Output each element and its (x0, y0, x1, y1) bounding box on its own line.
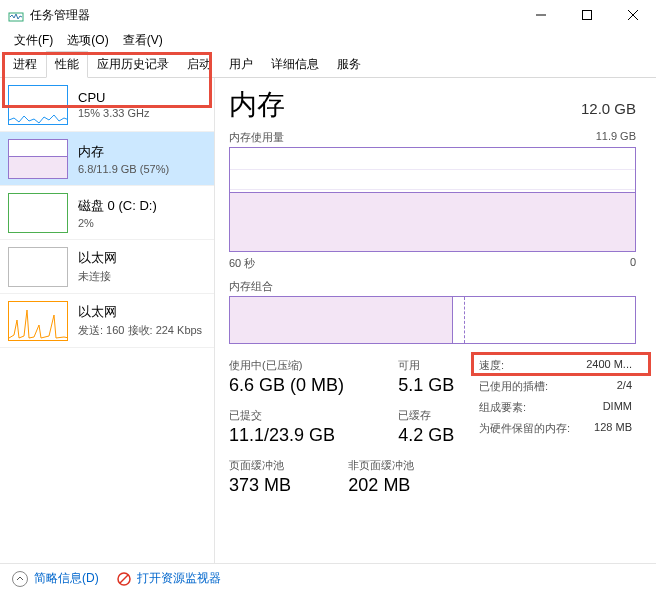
spec-speed: 速度: 2400 M... (479, 358, 636, 373)
form-key: 组成要素: (479, 400, 526, 415)
sidebar-item-memory[interactable]: 内存 6.8/11.9 GB (57%) (0, 132, 214, 186)
sidebar-eth1-label: 以太网 (78, 249, 117, 267)
performance-sidebar: CPU 15% 3.33 GHz 内存 6.8/11.9 GB (57%) 磁盘… (0, 78, 215, 563)
menu-view[interactable]: 查看(V) (117, 30, 169, 51)
spec-form: 组成要素: DIMM (479, 400, 636, 415)
minimize-button[interactable] (518, 0, 564, 30)
axis-left: 60 秒 (229, 256, 255, 271)
svg-rect-2 (583, 11, 592, 20)
in-use-label: 使用中(已压缩) (229, 358, 379, 373)
paged-label: 页面缓冲池 (229, 458, 339, 473)
available-value: 5.1 GB (398, 375, 454, 396)
cpu-thumbnail (8, 85, 68, 125)
app-icon (8, 7, 24, 23)
in-use-value: 6.6 GB (0 MB) (229, 375, 379, 396)
close-button[interactable] (610, 0, 656, 30)
menu-options[interactable]: 选项(O) (61, 30, 114, 51)
sidebar-item-cpu[interactable]: CPU 15% 3.33 GHz (0, 78, 214, 132)
composition-standby-free (465, 297, 635, 343)
cached-value: 4.2 GB (398, 425, 454, 446)
sidebar-item-ethernet-1[interactable]: 以太网 未连接 (0, 240, 214, 294)
ethernet1-thumbnail (8, 247, 68, 287)
fewer-details-icon[interactable] (12, 571, 28, 587)
content-area: CPU 15% 3.33 GHz 内存 6.8/11.9 GB (57%) 磁盘… (0, 78, 656, 563)
nonpaged-value: 202 MB (348, 475, 414, 496)
tab-details[interactable]: 详细信息 (262, 51, 328, 78)
nonpaged-label: 非页面缓冲池 (348, 458, 414, 473)
composition-modified (453, 297, 465, 343)
usage-label: 内存使用量 (229, 130, 284, 145)
sidebar-disk-label: 磁盘 0 (C: D:) (78, 197, 157, 215)
composition-label-row: 内存组合 (229, 279, 636, 294)
panel-header: 内存 12.0 GB (229, 86, 636, 124)
memory-composition-chart (229, 296, 636, 344)
sidebar-item-disk[interactable]: 磁盘 0 (C: D:) 2% (0, 186, 214, 240)
fewer-details-link[interactable]: 简略信息(D) (34, 570, 99, 587)
form-value: DIMM (603, 400, 632, 415)
menu-file[interactable]: 文件(F) (8, 30, 59, 51)
sidebar-memory-detail: 6.8/11.9 GB (57%) (78, 163, 169, 175)
memory-usage-chart (229, 147, 636, 252)
composition-label: 内存组合 (229, 279, 273, 294)
tab-processes[interactable]: 进程 (4, 51, 46, 78)
menubar: 文件(F) 选项(O) 查看(V) (0, 30, 656, 50)
slots-value: 2/4 (617, 379, 632, 394)
tab-users[interactable]: 用户 (220, 51, 262, 78)
sidebar-memory-label: 内存 (78, 143, 169, 161)
titlebar: 任务管理器 (0, 0, 656, 30)
usage-chart-labels: 内存使用量 11.9 GB (229, 130, 636, 145)
stats-area: 使用中(已压缩) 6.6 GB (0 MB) 可用 5.1 GB 已提交 11.… (229, 358, 636, 508)
sidebar-eth1-detail: 未连接 (78, 269, 117, 284)
panel-title: 内存 (229, 86, 285, 124)
open-resmon-link[interactable]: 打开资源监视器 (137, 570, 221, 587)
cached-label: 已缓存 (398, 408, 454, 423)
tab-app-history[interactable]: 应用历史记录 (88, 51, 178, 78)
spec-slots: 已使用的插槽: 2/4 (479, 379, 636, 394)
memory-thumbnail (8, 139, 68, 179)
tab-services[interactable]: 服务 (328, 51, 370, 78)
slots-key: 已使用的插槽: (479, 379, 548, 394)
stats-left: 使用中(已压缩) 6.6 GB (0 MB) 可用 5.1 GB 已提交 11.… (229, 358, 479, 508)
sidebar-item-ethernet-2[interactable]: 以太网 发送: 160 接收: 224 Kbps (0, 294, 214, 348)
tab-startup[interactable]: 启动 (178, 51, 220, 78)
reserved-value: 128 MB (594, 421, 632, 436)
spec-reserved: 为硬件保留的内存: 128 MB (479, 421, 636, 436)
sidebar-eth2-detail: 发送: 160 接收: 224 Kbps (78, 323, 202, 338)
paged-value: 373 MB (229, 475, 339, 496)
committed-value: 11.1/23.9 GB (229, 425, 379, 446)
memory-detail-panel: 内存 12.0 GB 内存使用量 11.9 GB 60 秒 0 内存组合 (215, 78, 656, 563)
usage-max: 11.9 GB (596, 130, 636, 145)
svg-line-6 (120, 575, 128, 583)
tab-performance[interactable]: 性能 (46, 51, 88, 78)
reserved-key: 为硬件保留的内存: (479, 421, 570, 436)
total-memory: 12.0 GB (581, 100, 636, 117)
speed-key: 速度: (479, 358, 504, 373)
speed-value: 2400 M... (586, 358, 632, 373)
ethernet2-thumbnail (8, 301, 68, 341)
available-label: 可用 (398, 358, 454, 373)
sidebar-cpu-label: CPU (78, 90, 150, 105)
usage-axis-labels: 60 秒 0 (229, 256, 636, 271)
sidebar-disk-detail: 2% (78, 217, 157, 229)
window-title: 任务管理器 (30, 7, 518, 24)
window-buttons (518, 0, 656, 30)
footer: 简略信息(D) 打开资源监视器 (0, 563, 656, 593)
stats-right: 速度: 2400 M... 已使用的插槽: 2/4 组成要素: DIMM 为硬件… (479, 358, 636, 508)
tab-bar: 进程 性能 应用历史记录 启动 用户 详细信息 服务 (0, 54, 656, 78)
sidebar-eth2-label: 以太网 (78, 303, 202, 321)
axis-right: 0 (630, 256, 636, 271)
maximize-button[interactable] (564, 0, 610, 30)
composition-in-use (230, 297, 453, 343)
disk-thumbnail (8, 193, 68, 233)
sidebar-cpu-detail: 15% 3.33 GHz (78, 107, 150, 119)
resmon-icon (117, 572, 131, 586)
committed-label: 已提交 (229, 408, 379, 423)
